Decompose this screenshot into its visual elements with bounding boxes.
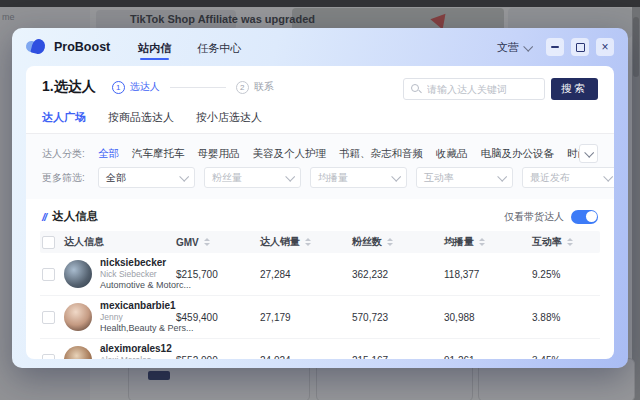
- sort-icon[interactable]: [387, 238, 393, 246]
- sort-icon[interactable]: [479, 238, 485, 246]
- select-all-checkbox[interactable]: [42, 236, 55, 249]
- filter-dropdown[interactable]: 粉丝量: [204, 167, 301, 188]
- sort-icon[interactable]: [305, 238, 311, 246]
- sales-value: 27,284: [260, 269, 352, 280]
- step-select-creator: 1 选达人: [112, 80, 160, 94]
- only-sellers-toggle[interactable]: [571, 210, 598, 224]
- table-row[interactable]: aleximorales12 Alexi Morales Health,Auto…: [40, 339, 600, 359]
- category-chip[interactable]: 汽车摩托车: [132, 147, 185, 161]
- creator-name: Alexi Morales: [100, 355, 176, 359]
- gmv-value: $552,000: [176, 355, 260, 360]
- main-tabs: 达人广场按商品选达人按小店选达人: [26, 100, 614, 134]
- section-title: 达人信息: [52, 209, 98, 224]
- chevron-down-icon: [523, 41, 533, 51]
- search-button[interactable]: 搜索: [551, 78, 598, 100]
- table-row[interactable]: nicksiebecker Nick Siebecker Automotive …: [40, 253, 600, 296]
- proboost-modal: ProBoost 站内信任务中心 文营 × 1.选达人 1 选达人: [12, 28, 628, 368]
- filter-dropdown[interactable]: 均播量: [310, 167, 407, 188]
- main-tab[interactable]: 按商品选达人: [108, 110, 174, 133]
- sales-value: 24,024: [260, 355, 352, 360]
- row-checkbox[interactable]: [42, 268, 55, 281]
- brand-name: ProBoost: [54, 40, 110, 54]
- avg-views-value: 118,377: [444, 269, 532, 280]
- dropdown-list: 全部 粉丝量 均播量 互动率 最近发布: [98, 167, 614, 188]
- dropdown-value: 最近发布: [530, 171, 570, 185]
- proboost-logo-icon: [26, 37, 46, 57]
- category-chip[interactable]: 美容及个人护理: [253, 147, 327, 161]
- window-nav-tab[interactable]: 站内信: [136, 30, 173, 64]
- search-input[interactable]: [427, 84, 537, 95]
- modal-header: ProBoost 站内信任务中心 文营 ×: [12, 28, 628, 66]
- category-chip[interactable]: 书籍、杂志和音频: [339, 147, 423, 161]
- window-nav: 站内信任务中心: [136, 30, 243, 64]
- window-nav-tab[interactable]: 任务中心: [195, 30, 243, 64]
- main-tab[interactable]: 按小店选达人: [196, 110, 262, 133]
- dropdown-value: 互动率: [424, 171, 454, 185]
- creator-table: 达人信息 GMV 达人销量 粉丝数 均播量 互动率 nicksiebecker …: [40, 231, 600, 359]
- column-label: 互动率: [532, 235, 562, 249]
- account-dropdown[interactable]: 文营: [497, 40, 531, 55]
- table-header: 达人信息 GMV 达人销量 粉丝数 均播量 互动率: [40, 231, 600, 253]
- category-filter-label: 达人分类:: [42, 147, 98, 161]
- maximize-icon: [576, 43, 585, 52]
- chevron-down-icon: [497, 172, 507, 182]
- dropdown-value: 均播量: [318, 171, 348, 185]
- category-chip[interactable]: 时尚配饰: [567, 147, 579, 161]
- creator-category: Automotive & Motorc...: [100, 280, 176, 291]
- filter-dropdown[interactable]: 互动率: [416, 167, 513, 188]
- sort-icon[interactable]: [204, 238, 210, 246]
- filter-dropdown[interactable]: 全部: [98, 167, 195, 188]
- followers-value: 362,232: [352, 269, 444, 280]
- dropdown-value: 粉丝量: [212, 171, 242, 185]
- column-label: 达人信息: [64, 235, 104, 249]
- row-checkbox[interactable]: [42, 354, 55, 360]
- content-card: 1.选达人 1 选达人 2 联系: [26, 66, 614, 359]
- expand-categories-button[interactable]: [579, 144, 598, 163]
- creator-avatar: [64, 303, 92, 331]
- step-connector: [170, 87, 226, 88]
- minimize-button[interactable]: [546, 38, 564, 56]
- creator-username: nicksiebecker: [100, 257, 176, 270]
- creator-avatar: [64, 346, 92, 359]
- creator-avatar: [64, 260, 92, 288]
- filter-dropdown[interactable]: 最近发布: [522, 167, 614, 188]
- search-box: [403, 78, 545, 100]
- search-icon: [411, 84, 422, 95]
- creator-username: mexicanbarbie1: [100, 300, 176, 313]
- toggle-label: 仅看带货达人: [504, 210, 564, 224]
- table-body: nicksiebecker Nick Siebecker Automotive …: [40, 253, 600, 359]
- section-marker-icon: //: [42, 211, 46, 223]
- avg-views-value: 30,988: [444, 312, 532, 323]
- chevron-down-icon: [391, 172, 401, 182]
- category-chip[interactable]: 电脑及办公设备: [481, 147, 555, 161]
- creator-name: Nick Siebecker: [100, 269, 176, 280]
- sort-icon[interactable]: [567, 238, 573, 246]
- column-label: 粉丝数: [352, 235, 382, 249]
- chevron-down-icon: [179, 172, 189, 182]
- minimize-icon: [551, 46, 559, 48]
- category-chip[interactable]: 全部: [98, 147, 119, 161]
- dropdown-value: 全部: [106, 171, 126, 185]
- filter-panel: 达人分类: 全部汽车摩托车母婴用品美容及个人护理书籍、杂志和音频收藏品电脑及办公…: [26, 134, 614, 199]
- creator-category: Health,Beauty & Pers...: [100, 323, 176, 334]
- account-label: 文营: [497, 40, 519, 55]
- engagement-value: 3.88%: [532, 312, 588, 323]
- chevron-down-icon: [603, 172, 613, 182]
- creator-username: aleximorales12: [100, 343, 176, 356]
- page-title: 1.选达人: [42, 78, 96, 96]
- column-label: GMV: [176, 237, 199, 248]
- gmv-value: $459,400: [176, 312, 260, 323]
- step-contact: 2 联系: [236, 80, 274, 94]
- category-chip[interactable]: 收藏品: [436, 147, 468, 161]
- main-tab[interactable]: 达人广场: [42, 110, 86, 133]
- engagement-value: 3.45%: [532, 355, 588, 360]
- chevron-down-icon: [285, 172, 295, 182]
- followers-value: 215,167: [352, 355, 444, 360]
- maximize-button[interactable]: [571, 38, 589, 56]
- close-button[interactable]: ×: [596, 38, 614, 56]
- category-chip[interactable]: 母婴用品: [198, 147, 240, 161]
- engagement-value: 9.25%: [532, 269, 588, 280]
- row-checkbox[interactable]: [42, 311, 55, 324]
- table-row[interactable]: mexicanbarbie1 Jenny Health,Beauty & Per…: [40, 296, 600, 339]
- stepper: 1 选达人 2 联系: [112, 80, 274, 94]
